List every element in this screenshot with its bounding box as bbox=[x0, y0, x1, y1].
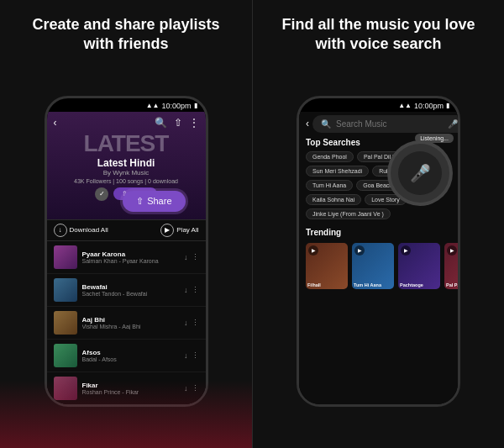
left-screen: ‹ 🔍 ⇧ ⋮ LATEST Latest Hindi By Wynk Musi… bbox=[47, 112, 206, 404]
search-input[interactable] bbox=[336, 119, 443, 129]
play-all-btn[interactable]: ▶ Play All bbox=[160, 224, 198, 237]
song-artist: Vishal Mishra - Aaj Bhi bbox=[82, 324, 180, 329]
search-bar-icon: 🔍 bbox=[321, 119, 331, 129]
song-actions: ↓ ⋮ bbox=[184, 253, 199, 261]
song-title: Aaj Bhi bbox=[82, 316, 180, 324]
song-title: Pyaar Karona bbox=[82, 250, 180, 258]
trending-card-label: Filhall bbox=[307, 282, 346, 287]
play-overlay: ▶ bbox=[354, 245, 365, 256]
listening-container: Listening... 🎤 bbox=[391, 144, 449, 203]
play-overlay: ▶ bbox=[401, 245, 411, 256]
right-signal-icon: ▲▲ bbox=[398, 102, 412, 109]
search-tag[interactable]: Genda Phool bbox=[306, 151, 354, 162]
song-actions: ↓ ⋮ bbox=[184, 351, 199, 360]
song-info: Pyaar Karona Salman Khan - Pyaar Karona bbox=[82, 250, 180, 264]
song-info: Aaj Bhi Vishal Mishra - Aaj Bhi bbox=[82, 316, 180, 329]
playlist-name: Latest Hindi bbox=[54, 157, 199, 169]
play-icon: ▶ bbox=[160, 224, 174, 237]
song-artist: Salman Khan - Pyaar Karona bbox=[82, 258, 180, 264]
trending-card[interactable]: ▶ Pal Pal Dil... bbox=[444, 243, 458, 289]
back-button[interactable]: ‹ bbox=[54, 117, 57, 129]
share-btn-large[interactable]: ⇧ Share bbox=[123, 191, 185, 212]
trending-card-label: Pal Pal Dil... bbox=[446, 282, 458, 287]
search-nav-row: ‹ 🔍 🎤 ◎ bbox=[299, 112, 458, 134]
download-song-icon[interactable]: ↓ bbox=[184, 253, 188, 261]
download-all-label: Download All bbox=[70, 226, 108, 234]
download-song-icon[interactable]: ↓ bbox=[184, 286, 188, 294]
song-item[interactable]: Pyaar Karona Salman Khan - Pyaar Karona … bbox=[47, 241, 206, 274]
right-battery-icon: ▮ bbox=[446, 102, 449, 109]
bg-pattern bbox=[0, 381, 252, 448]
search-tag[interactable]: Kaila Sohna Nai bbox=[306, 194, 361, 205]
playlist-by: By Wynk Music bbox=[54, 169, 199, 177]
playlist-info: Latest Hindi By Wynk Music 43K Followers… bbox=[54, 157, 199, 184]
more-song-icon[interactable]: ⋮ bbox=[192, 253, 199, 261]
song-title: Afsos bbox=[82, 349, 180, 356]
song-actions: ↓ ⋮ bbox=[184, 286, 199, 294]
mic-icon[interactable]: 🎤 bbox=[448, 119, 458, 129]
right-back-button[interactable]: ‹ bbox=[306, 118, 309, 129]
play-overlay: ▶ bbox=[447, 245, 457, 256]
play-all-label: Play All bbox=[176, 226, 198, 234]
listening-outer: 🎤 bbox=[391, 144, 449, 203]
song-thumbnail bbox=[54, 245, 77, 269]
nav-icons-right: 🔍 ⇧ ⋮ bbox=[155, 117, 199, 129]
listening-tag: Listening... bbox=[415, 134, 454, 143]
search-nav-icon[interactable]: 🔍 bbox=[155, 117, 167, 129]
left-phone: ▲▲ 10:00pm ▮ ‹ 🔍 ⇧ ⋮ LATEST bbox=[45, 96, 208, 407]
right-status-bar: ▲▲ 10:00pm ▮ bbox=[299, 98, 458, 112]
share-nav-icon[interactable]: ⇧ bbox=[174, 117, 182, 129]
trending-row: ▶ Filhall ▶ Tum Hi Aana ▶ Pachtaoge ▶ Pa… bbox=[299, 240, 458, 293]
search-bar[interactable]: 🔍 🎤 ◎ bbox=[312, 115, 458, 133]
more-song-icon[interactable]: ⋮ bbox=[192, 351, 199, 360]
battery-icon: ▮ bbox=[194, 102, 197, 109]
left-panel: Create and share playlists with friends … bbox=[0, 0, 252, 448]
signal-icon: ▲▲ bbox=[146, 102, 160, 109]
download-all-btn[interactable]: ↓ Download All bbox=[54, 224, 108, 237]
left-status-bar: ▲▲ 10:00pm ▮ bbox=[47, 98, 206, 112]
share-popup-container: ✓ ⇧ Share ⇧ Share bbox=[60, 187, 192, 213]
check-icon: ✓ bbox=[95, 187, 108, 201]
right-phone: ▲▲ 10:00pm ▮ ‹ 🔍 🎤 ◎ Li bbox=[297, 96, 460, 407]
listening-inner: 🎤 bbox=[398, 151, 442, 195]
play-overlay: ▶ bbox=[308, 245, 318, 256]
song-item[interactable]: Afsos Badal - Afsos ↓ ⋮ bbox=[47, 340, 206, 372]
share-label-large: Share bbox=[147, 196, 171, 206]
trending-card-label: Tum Hi Aana bbox=[354, 282, 392, 287]
search-tag[interactable]: Jinke Liye (From Jaani Ve ) bbox=[306, 208, 391, 219]
share-icon-large: ⇧ bbox=[136, 196, 144, 207]
trending-card[interactable]: ▶ Filhall bbox=[306, 243, 348, 289]
right-phone-wrapper: ▲▲ 10:00pm ▮ ‹ 🔍 🎤 ◎ Li bbox=[288, 63, 469, 448]
song-item[interactable]: Bewafai Sachet Tandon - Bewafai ↓ ⋮ bbox=[47, 274, 206, 307]
playlist-header: ‹ 🔍 ⇧ ⋮ LATEST Latest Hindi By Wynk Musi… bbox=[47, 112, 206, 219]
song-artist: Sachet Tandon - Bewafai bbox=[82, 291, 180, 297]
song-actions: ↓ ⋮ bbox=[184, 319, 199, 327]
song-item[interactable]: Aaj Bhi Vishal Mishra - Aaj Bhi ↓ ⋮ bbox=[47, 307, 206, 340]
song-artist: Badal - Afsos bbox=[82, 356, 180, 362]
download-song-icon[interactable]: ↓ bbox=[184, 351, 188, 360]
song-title: Bewafai bbox=[82, 283, 180, 291]
song-list: Pyaar Karona Salman Khan - Pyaar Karona … bbox=[47, 241, 206, 404]
action-row: ↓ Download All ▶ Play All bbox=[47, 219, 206, 241]
right-status-time: 10:00pm bbox=[414, 102, 444, 110]
download-song-icon[interactable]: ↓ bbox=[184, 319, 188, 327]
search-tag[interactable]: Tum Hi Aana bbox=[306, 180, 353, 191]
trending-title: Trending bbox=[299, 224, 458, 240]
nav-row: ‹ 🔍 ⇧ ⋮ bbox=[54, 115, 199, 130]
download-icon: ↓ bbox=[54, 224, 67, 237]
right-panel-title: Find all the music you love with voice s… bbox=[253, 0, 504, 63]
playlist-stats: 43K Followers | 100 songs | 0 download bbox=[54, 178, 199, 184]
trending-card[interactable]: ▶ Pachtaoge bbox=[398, 243, 440, 289]
more-song-icon[interactable]: ⋮ bbox=[192, 286, 199, 294]
song-info: Bewafai Sachet Tandon - Bewafai bbox=[82, 283, 180, 297]
right-panel: Find all the music you love with voice s… bbox=[252, 0, 504, 448]
mic-large-icon: 🎤 bbox=[410, 163, 431, 183]
playlist-bg-text: LATEST bbox=[54, 132, 199, 155]
more-song-icon[interactable]: ⋮ bbox=[192, 319, 199, 327]
left-panel-title: Create and share playlists with friends bbox=[0, 0, 252, 63]
right-screen: ‹ 🔍 🎤 ◎ Listening... 🎤 bbox=[299, 112, 458, 404]
trending-card[interactable]: ▶ Tum Hi Aana bbox=[352, 243, 394, 289]
trending-card-label: Pachtaoge bbox=[400, 282, 438, 287]
more-nav-icon[interactable]: ⋮ bbox=[189, 117, 199, 129]
search-tag[interactable]: Sun Meri Shehzadi bbox=[306, 166, 369, 177]
